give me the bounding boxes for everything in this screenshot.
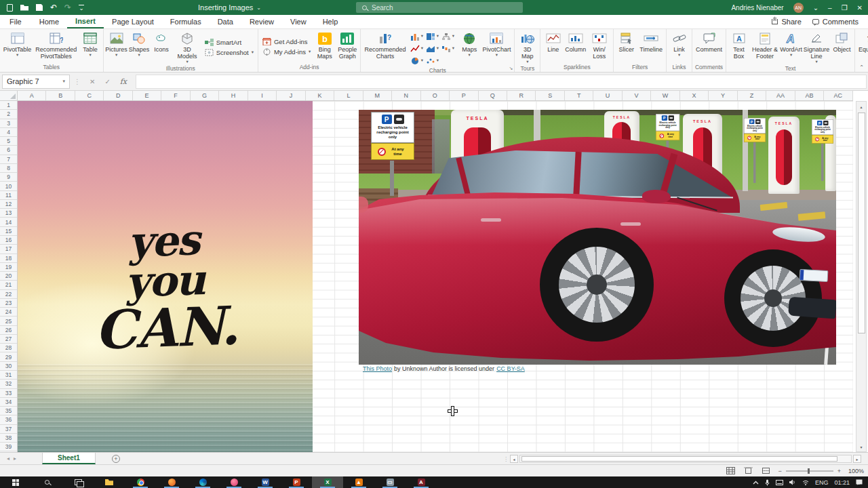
object-button[interactable]: Object [831, 30, 853, 64]
column-header-K[interactable]: K [306, 91, 334, 100]
row-header-18[interactable]: 18 [0, 254, 17, 263]
my-addins-button[interactable]: My Add-ins ▾ [262, 48, 311, 56]
row-header-17[interactable]: 17 [0, 245, 17, 253]
close-icon[interactable]: ✕ [857, 4, 863, 12]
ribbon-display-options-icon[interactable]: ⌄ [813, 4, 818, 12]
hidden-icons-chevron-icon[interactable] [753, 481, 759, 485]
horizontal-scrollbar[interactable]: ⋮ ◂ ▸ [503, 455, 861, 463]
row-header-21[interactable]: 21 [0, 281, 17, 289]
column-header-V[interactable]: V [623, 91, 651, 100]
column-header-P[interactable]: P [450, 91, 478, 100]
tab-home[interactable]: Home [31, 15, 67, 28]
antivirus-button[interactable] [156, 476, 187, 488]
row-header-2[interactable]: 2 [0, 110, 17, 119]
row-header-28[interactable]: 28 [0, 344, 17, 352]
microphone-icon[interactable] [765, 479, 770, 486]
shapes-button[interactable]: Shapes ▾ [128, 30, 151, 64]
row-header-10[interactable]: 10 [0, 182, 17, 190]
new-file-icon[interactable] [7, 4, 13, 12]
column-header-Z[interactable]: Z [738, 91, 766, 100]
row-header-20[interactable]: 20 [0, 272, 17, 281]
name-box[interactable]: Graphic 7 ▾ [2, 75, 70, 89]
column-header-A[interactable]: A [18, 91, 46, 100]
tab-page-layout[interactable]: Page Layout [104, 15, 162, 28]
column-header-D[interactable]: D [104, 91, 132, 100]
touch-keyboard-icon[interactable] [776, 480, 783, 485]
row-header-36[interactable]: 36 [0, 415, 17, 424]
column-header-J[interactable]: J [277, 91, 305, 100]
page-break-view-button[interactable] [760, 467, 771, 475]
row-header-33[interactable]: 33 [0, 389, 17, 398]
taskbar-search-button[interactable] [31, 476, 62, 488]
column-header-M[interactable]: M [363, 91, 392, 100]
column-header-I[interactable]: I [248, 91, 277, 100]
row-header-5[interactable]: 5 [0, 137, 17, 146]
attribution-link-this-photo[interactable]: This Photo [363, 365, 392, 372]
start-button[interactable] [0, 476, 31, 488]
smartart-button[interactable]: SmartArt [205, 39, 254, 46]
column-header-Q[interactable]: Q [479, 91, 507, 100]
timeline-button[interactable]: Timeline [637, 30, 665, 63]
sparkline-column-button[interactable]: Column [564, 30, 587, 63]
get-addins-button[interactable]: Get Add-ins [262, 38, 311, 45]
row-header-16[interactable]: 16 [0, 236, 17, 245]
pivottable-button[interactable]: PivotTable ▾ [1, 30, 33, 63]
zoom-out-icon[interactable]: − [778, 468, 781, 474]
row-header-25[interactable]: 25 [0, 317, 17, 325]
row-header-6[interactable]: 6 [0, 146, 17, 155]
row-header-30[interactable]: 30 [0, 362, 17, 371]
link-button[interactable]: Link ▾ [668, 30, 690, 63]
vertical-scrollbar[interactable]: ▴ ▾ [856, 101, 867, 452]
insert-function-icon[interactable]: fx [115, 77, 132, 86]
share-button[interactable]: Share [772, 18, 801, 26]
row-header-39[interactable]: 39 [0, 443, 17, 451]
task-view-button[interactable] [62, 476, 94, 488]
screen-share-button[interactable]: ▭ [374, 476, 406, 488]
undo-icon[interactable]: ↶ [50, 4, 57, 11]
hierarchy-chart-button[interactable]: ▾ [441, 30, 456, 42]
clock[interactable]: 01:21 [834, 479, 850, 486]
row-header-15[interactable]: 15 [0, 227, 17, 236]
collapse-ribbon-icon[interactable]: ⌃ [859, 64, 864, 70]
column-header-F[interactable]: F [161, 91, 190, 100]
normal-view-button[interactable] [725, 467, 736, 475]
word-button[interactable]: W [250, 476, 281, 488]
edge-button[interactable] [187, 476, 218, 488]
bing-maps-button[interactable]: b Bing Maps [313, 30, 336, 63]
recommended-pivottables-button[interactable]: ? Recommended PivotTables [33, 30, 79, 63]
header-footer-button[interactable]: Header & Footer [750, 30, 780, 64]
line-chart-button[interactable]: ▾ [410, 43, 425, 54]
table-button[interactable]: Table ▾ [79, 30, 102, 63]
save-icon[interactable] [36, 4, 43, 11]
column-header-B[interactable]: B [46, 91, 75, 100]
column-header-H[interactable]: H [219, 91, 248, 100]
icons-button[interactable]: Icons [151, 30, 173, 64]
zoom-in-icon[interactable]: + [837, 468, 841, 474]
scroll-down-icon[interactable]: ▾ [857, 442, 865, 451]
language-indicator[interactable]: ENG [815, 479, 829, 486]
screenshot-button[interactable]: Screenshot ▾ [205, 49, 254, 56]
user-name[interactable]: Andries Nienaber [731, 4, 783, 12]
tab-data[interactable]: Data [210, 15, 241, 28]
treemap-chart-button[interactable]: ▾ [426, 30, 441, 42]
text-box-button[interactable]: A Text Box [728, 30, 750, 64]
charts-dialog-launcher-icon[interactable]: ↘ [509, 66, 513, 71]
excel-button[interactable]: X [312, 476, 343, 488]
vlc-button[interactable]: ▲ [343, 476, 374, 488]
row-header-7[interactable]: 7 [0, 155, 17, 164]
sheet-nav-right-icon[interactable]: ▸ [7, 455, 23, 462]
people-graph-button[interactable]: People Graph [336, 30, 359, 63]
scroll-right-icon[interactable]: ▸ [853, 455, 861, 463]
wordart-button[interactable]: A WordArt ▾ [780, 30, 802, 64]
column-header-Y[interactable]: Y [709, 91, 737, 100]
column-chart-button[interactable]: ▾ [410, 30, 425, 42]
row-header-29[interactable]: 29 [0, 352, 17, 361]
column-header-AA[interactable]: AA [766, 91, 795, 100]
column-header-C[interactable]: C [75, 91, 104, 100]
enter-icon[interactable]: ✓ [100, 78, 115, 85]
row-header-34[interactable]: 34 [0, 398, 17, 407]
tab-help[interactable]: Help [315, 15, 347, 28]
row-header-9[interactable]: 9 [0, 173, 17, 182]
column-header-AC[interactable]: AC [824, 91, 852, 100]
tab-view[interactable]: View [282, 15, 315, 28]
